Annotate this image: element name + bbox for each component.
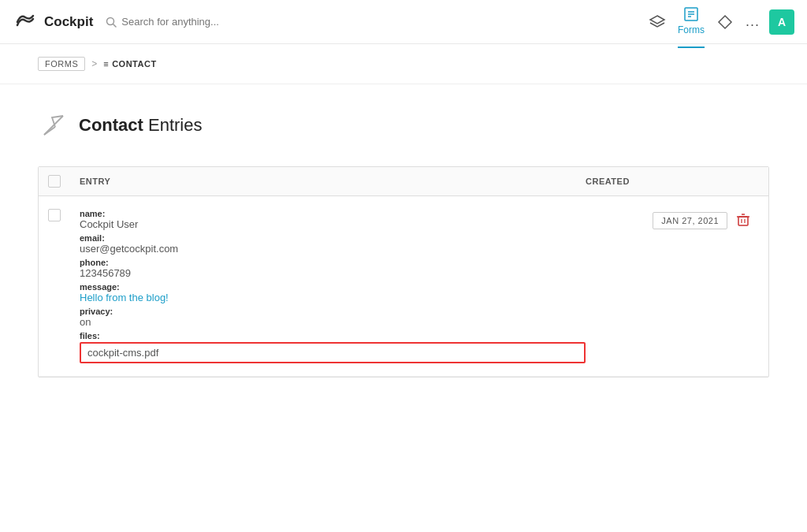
nav-forms[interactable]: Forms xyxy=(678,6,705,39)
svg-line-8 xyxy=(44,127,55,135)
entry-files-label: files: xyxy=(80,331,586,340)
entry-phone-field: phone: 123456789 xyxy=(80,258,586,279)
trash-icon xyxy=(735,212,751,228)
breadcrumb-separator: > xyxy=(91,58,97,69)
entry-privacy-value: on xyxy=(80,316,586,328)
entry-privacy-field: privacy: on xyxy=(80,307,586,328)
search-input[interactable] xyxy=(121,16,279,28)
logo-text: Cockpit xyxy=(44,14,93,30)
entry-message-value: Hello from the blog! xyxy=(80,292,586,303)
breadcrumb-bar: FORMS > ≡ CONTACT xyxy=(0,44,807,84)
header-right: Forms ... A xyxy=(646,6,794,39)
breadcrumb-current-label: CONTACT xyxy=(112,59,156,69)
entries-table: ENTRY CREATED name: Cockpit User email: … xyxy=(38,166,769,378)
entry-email-value: user@getcockpit.com xyxy=(80,243,586,255)
col-entry-header: ENTRY xyxy=(80,177,586,186)
entry-message-label: message: xyxy=(80,282,586,292)
send-icon xyxy=(38,110,69,141)
svg-rect-9 xyxy=(738,217,748,225)
search-bar[interactable] xyxy=(106,16,326,28)
created-badge: JAN 27, 2021 xyxy=(586,209,727,229)
entry-name-value: Cockpit User xyxy=(80,218,586,230)
entry-privacy-label: privacy: xyxy=(80,307,586,316)
delete-button[interactable] xyxy=(727,209,759,228)
entry-phone-label: phone: xyxy=(80,258,586,267)
cockpit-logo-icon xyxy=(13,9,38,35)
files-box[interactable]: cockpit-cms.pdf xyxy=(80,342,586,363)
entry-name-label: name: xyxy=(80,209,586,218)
entry-message-field: message: Hello from the blog! xyxy=(80,282,586,303)
entry-phone-value: 123456789 xyxy=(80,267,586,279)
logo[interactable]: Cockpit xyxy=(13,9,93,35)
entry-name-field: name: Cockpit User xyxy=(80,209,586,230)
table-row: name: Cockpit User email: user@getcockpi… xyxy=(39,196,768,377)
col-created-header: CREATED xyxy=(586,177,727,186)
row-checkbox[interactable] xyxy=(48,209,61,221)
search-icon xyxy=(106,17,117,28)
header: Cockpit Forms xyxy=(0,0,807,44)
breadcrumb-current-icon: ≡ xyxy=(103,59,109,69)
user-avatar[interactable]: A xyxy=(769,9,794,35)
forms-nav-label: Forms xyxy=(678,24,705,35)
forms-icon xyxy=(682,6,700,23)
page-title-light: Entries xyxy=(148,115,202,135)
breadcrumb-current: ≡ CONTACT xyxy=(103,59,156,69)
entry-files-field: files: cockpit-cms.pdf xyxy=(80,331,586,363)
svg-line-1 xyxy=(113,24,117,27)
diamond-icon[interactable] xyxy=(714,11,736,33)
breadcrumb: FORMS > ≡ CONTACT xyxy=(38,57,769,71)
entry-content: name: Cockpit User email: user@getcockpi… xyxy=(80,209,586,363)
header-checkbox[interactable] xyxy=(48,175,61,188)
breadcrumb-forms-link[interactable]: FORMS xyxy=(38,57,85,71)
entry-email-label: email: xyxy=(80,233,586,243)
layers-icon[interactable] xyxy=(646,11,668,33)
page-title-row: Contact Entries xyxy=(38,110,769,141)
page-content: Contact Entries ENTRY CREATED name: Cock… xyxy=(0,84,807,403)
svg-marker-6 xyxy=(719,16,731,28)
forms-nav-underline xyxy=(678,47,705,48)
entry-files-value: cockpit-cms.pdf xyxy=(87,347,158,359)
page-title-bold: Contact xyxy=(79,115,143,135)
table-header: ENTRY CREATED xyxy=(39,167,768,196)
more-menu-icon[interactable]: ... xyxy=(746,13,760,30)
date-badge: JAN 27, 2021 xyxy=(653,212,727,229)
entry-email-field: email: user@getcockpit.com xyxy=(80,233,586,255)
page-title: Contact Entries xyxy=(79,115,203,136)
